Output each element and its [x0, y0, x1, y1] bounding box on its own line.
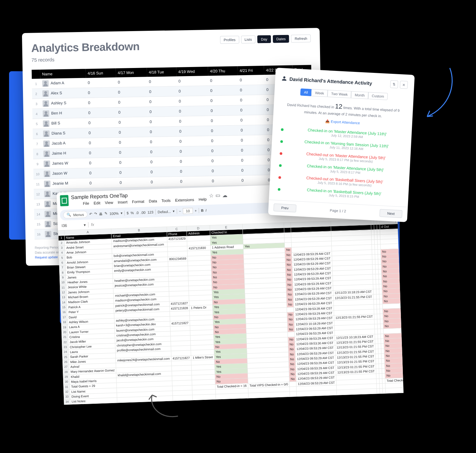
paint-icon[interactable]: ✎ [105, 211, 107, 216]
menu-extensions[interactable]: Extensions [175, 198, 194, 203]
avatar [45, 231, 51, 237]
day-button[interactable]: Day [257, 35, 271, 43]
menus-search[interactable]: 🔍 Menus [63, 211, 88, 219]
person-icon [282, 76, 287, 81]
menu-format[interactable]: Format [132, 199, 144, 204]
arrow-right [414, 65, 456, 123]
next-button[interactable]: Next [380, 209, 403, 218]
menu-insert[interactable]: Insert [118, 200, 127, 205]
folder-icon[interactable]: ▭ [216, 192, 221, 198]
font-dec-icon[interactable]: − [179, 209, 181, 213]
avatar [44, 191, 50, 197]
redo-icon[interactable]: ↷ [94, 212, 97, 216]
cloud-icon[interactable]: ☁ [222, 192, 228, 198]
profiles-button[interactable]: Profiles [220, 36, 239, 44]
menu-view[interactable]: View [105, 200, 113, 205]
tab-custom[interactable]: Custom [368, 92, 388, 100]
menu-help[interactable]: Help [199, 197, 207, 202]
arrow-bottom [142, 392, 181, 421]
attendance-modal: David Richard's Attendance Activity ⇅ ✕ … [268, 68, 415, 222]
avatar [44, 171, 50, 177]
timeline: Checked-in on 'Master Attendance (July 1… [269, 125, 412, 204]
modal-summary: David Richard has checked in 12 times. W… [273, 98, 413, 120]
refresh-button[interactable]: Refresh [291, 35, 311, 43]
currency-icon[interactable]: $ [127, 211, 129, 215]
avatar [43, 141, 50, 147]
print-icon[interactable]: 🖶 [99, 212, 103, 216]
avatar [45, 221, 51, 227]
tab-month[interactable]: Month [351, 91, 369, 99]
avatar [43, 130, 50, 137]
tab-all[interactable]: All [300, 88, 312, 96]
dec-increase-icon[interactable]: .00 [140, 210, 146, 214]
fx-icon: fx [91, 222, 94, 227]
font-select[interactable]: Defaul... [158, 210, 171, 214]
font-inc-icon[interactable]: + [194, 209, 197, 212]
page-indicator: Page 1 / 2 [299, 207, 376, 214]
avatar [44, 161, 50, 167]
percent-icon[interactable]: % [130, 211, 134, 215]
menu-file[interactable]: File [83, 201, 89, 206]
italic-icon[interactable]: I [205, 208, 206, 212]
font-size[interactable]: 10 [183, 208, 193, 214]
filter-icon[interactable]: ⇅ [390, 80, 398, 88]
close-icon[interactable]: ✕ [400, 81, 408, 89]
avatar [44, 181, 50, 187]
avatar [43, 110, 49, 117]
menu-data[interactable]: Data [149, 199, 157, 204]
menu-tools[interactable]: Tools [161, 198, 171, 203]
avatar [44, 211, 51, 217]
modal-title: David Richard's Attendance Activity [289, 76, 388, 87]
tab-week[interactable]: Week [311, 89, 328, 97]
tab-two-week[interactable]: Two Week [327, 90, 351, 98]
avatar [43, 151, 50, 157]
lists-button[interactable]: Lists [241, 35, 256, 43]
analytics-toolbar: Profiles Lists Day Dates Refresh [220, 35, 311, 44]
avatar [44, 201, 51, 207]
menu-edit[interactable]: Edit [94, 201, 100, 206]
undo-icon[interactable]: ↶ [89, 212, 92, 216]
bold-icon[interactable]: B [201, 208, 204, 212]
cell-ref[interactable]: I36 [61, 223, 81, 228]
zoom-select[interactable]: 100% [109, 211, 119, 215]
sheet-grid[interactable]: ABCDEI 1NameEmailPhoneAddressChecked Ind… [58, 218, 404, 405]
avatar [43, 120, 50, 127]
avatar [42, 90, 49, 97]
sheets-logo-icon [60, 195, 69, 206]
avatar [42, 100, 49, 107]
dec-decrease-icon[interactable]: .0 [136, 210, 139, 214]
avatar [42, 80, 49, 87]
star-icon[interactable]: ☆ [209, 192, 214, 198]
prev-button[interactable]: Prev [273, 203, 296, 212]
dates-button[interactable]: Dates [273, 35, 289, 43]
